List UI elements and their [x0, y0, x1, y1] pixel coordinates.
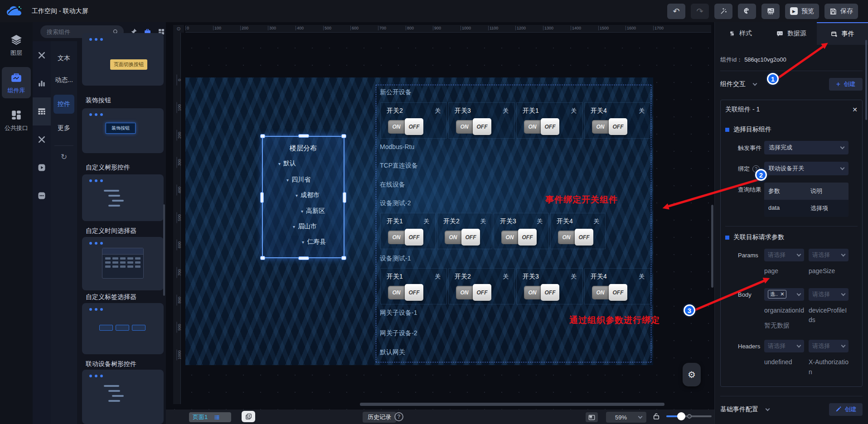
sidebar-item-components[interactable]: 组件库 — [2, 67, 31, 98]
card-custom-tree[interactable] — [82, 174, 164, 221]
save-button[interactable]: 保存 — [824, 4, 858, 19]
sidebar-item-layers[interactable]: 图层 — [2, 29, 31, 61]
interaction-title[interactable]: 组件交互 — [720, 80, 756, 88]
create-base-event-button[interactable]: 创建 — [829, 403, 863, 416]
tab-text[interactable]: 文本 — [53, 51, 74, 66]
toggle-off[interactable]: OFF — [541, 118, 559, 135]
resize-handle[interactable] — [298, 134, 309, 138]
zoom-slider-knob[interactable] — [677, 412, 685, 420]
canvas-settings-button[interactable]: ⚙ — [683, 363, 701, 386]
body-select-2[interactable]: 请选择 — [809, 288, 849, 301]
toggle-on[interactable]: ON — [445, 231, 461, 244]
floor-tree-component[interactable]: 楼层分布 ▾默认 ▾四川省 ▾成都市 ▾高新区 ▾眉山市 ▾仁寿县 — [262, 136, 344, 258]
trigger-select[interactable]: 选择完成 — [764, 141, 849, 154]
toggle-on[interactable]: ON — [501, 231, 518, 244]
tab-style[interactable]: 样式 — [715, 22, 766, 45]
canvas-hscrollbar[interactable] — [360, 403, 664, 406]
switch-toggle[interactable]: ONOFF — [388, 231, 422, 244]
toggle-off[interactable]: OFF — [609, 118, 627, 135]
body-selected-tag[interactable]: 选..✕ — [768, 290, 786, 299]
headers-select-1[interactable]: 请选择 — [764, 340, 804, 352]
toggle-on[interactable]: ON — [524, 286, 541, 299]
device-section-label[interactable]: Modbus-Rtu — [380, 143, 414, 150]
category-design-icon[interactable] — [33, 41, 51, 69]
toggle-on[interactable]: ON — [388, 286, 405, 299]
magic-wand-button[interactable] — [714, 4, 732, 19]
toggle-off[interactable]: OFF — [405, 284, 423, 301]
tab-more[interactable]: 更多 — [53, 121, 74, 135]
resize-handle[interactable] — [341, 134, 346, 138]
panel-scrollbar[interactable] — [865, 40, 867, 120]
headers-select-2[interactable]: 请选择 — [809, 340, 849, 352]
redo-button[interactable]: ↷ — [691, 4, 709, 19]
resize-handle[interactable] — [260, 134, 265, 138]
tree-node[interactable]: ▾眉山市 — [293, 222, 317, 231]
switch-toggle[interactable]: ONOFF — [456, 286, 490, 299]
screenshot-button[interactable] — [761, 4, 780, 19]
toggle-off[interactable]: OFF — [575, 229, 593, 246]
params-select-2[interactable]: 请选择 — [809, 249, 849, 261]
category-table-icon[interactable] — [33, 97, 51, 125]
body-select-1[interactable]: 选..✕ — [764, 288, 804, 301]
switch-toggle[interactable]: ONOFF — [592, 286, 626, 299]
device-section-label[interactable]: 网关子设备-1 — [380, 309, 417, 317]
resize-handle[interactable] — [298, 256, 309, 260]
toggle-on[interactable]: ON — [592, 120, 609, 134]
canvas-vscrollbar[interactable] — [711, 205, 713, 288]
device-section-label[interactable]: 新公开设备 — [380, 88, 412, 96]
zoom-level-dropdown[interactable]: 59% — [606, 412, 646, 423]
resize-handle[interactable] — [260, 256, 265, 260]
create-interaction-button[interactable]: +创建 — [829, 78, 863, 91]
switch-toggle[interactable]: ONOFF — [388, 286, 422, 299]
device-section-label[interactable]: 在线设备 — [380, 181, 405, 189]
preview-button[interactable]: ▶ 预览 — [785, 4, 819, 19]
history-button[interactable]: 历史记录 — [363, 412, 396, 423]
card-deco-button[interactable]: 装饰按钮 — [82, 108, 164, 153]
close-icon[interactable]: ✕ — [852, 106, 858, 113]
tab-dynamic[interactable]: 动态... — [53, 73, 74, 87]
tab-datasource[interactable]: 数据源 — [766, 22, 817, 45]
help-icon[interactable]: ? — [394, 412, 403, 421]
toggle-on[interactable]: ON — [592, 286, 609, 299]
category-more-icon[interactable] — [33, 182, 51, 210]
tab-control[interactable]: 控件 — [53, 95, 74, 114]
card-time-picker[interactable] — [82, 237, 164, 290]
device-section-label[interactable]: 设备测试-1 — [380, 255, 411, 263]
switch-toggle[interactable]: ONOFF — [445, 231, 479, 244]
tree-node[interactable]: ▾成都市 — [296, 191, 320, 199]
toggle-on[interactable]: ON — [558, 231, 575, 244]
component-list-scrollbar[interactable] — [163, 204, 165, 296]
toggle-off[interactable]: OFF — [609, 284, 627, 301]
category-chart-icon[interactable] — [33, 69, 51, 97]
toggle-on[interactable]: ON — [524, 120, 541, 134]
switch-toggle[interactable]: ONOFF — [456, 120, 490, 134]
device-section-label[interactable]: 设备测试-2 — [380, 199, 411, 207]
toggle-on[interactable]: ON — [456, 286, 473, 299]
toggle-off[interactable]: OFF — [473, 284, 491, 301]
tree-node[interactable]: ▾仁寿县 — [302, 238, 326, 246]
add-page-button[interactable] — [242, 411, 255, 422]
toggle-off[interactable]: OFF — [473, 118, 491, 135]
tree-node[interactable]: ▾四川省 — [286, 176, 310, 184]
panel-toggle-button[interactable] — [586, 412, 598, 422]
category-media-icon[interactable] — [33, 154, 51, 182]
switch-toggle[interactable]: ONOFF — [501, 231, 536, 244]
tree-node[interactable]: ▾默认 — [278, 159, 296, 168]
toggle-off[interactable]: OFF — [405, 229, 423, 246]
tree-node[interactable]: ▾高新区 — [301, 207, 325, 215]
toggle-on[interactable]: ON — [388, 231, 405, 244]
unlock-icon[interactable] — [653, 412, 660, 420]
toggle-off[interactable]: OFF — [518, 229, 537, 246]
switch-toggle[interactable]: ONOFF — [558, 231, 592, 244]
card-device-tree[interactable] — [82, 370, 164, 424]
params-select-1[interactable]: 请选择 — [764, 249, 804, 261]
refresh-icon[interactable]: ↻ — [61, 152, 67, 162]
ruler-origin-icon[interactable]: ⊙ — [173, 25, 184, 33]
resize-handle[interactable] — [343, 192, 346, 203]
switch-toggle[interactable]: ONOFF — [388, 120, 422, 134]
toggle-off[interactable]: OFF — [405, 118, 423, 135]
switch-toggle[interactable]: ONOFF — [524, 286, 558, 299]
tag-remove-icon[interactable]: ✕ — [780, 291, 784, 297]
category-tools-icon[interactable] — [33, 125, 51, 154]
editor-canvas[interactable]: ⊙ 0100 200300 400500 600700 800900 10001… — [166, 22, 714, 424]
